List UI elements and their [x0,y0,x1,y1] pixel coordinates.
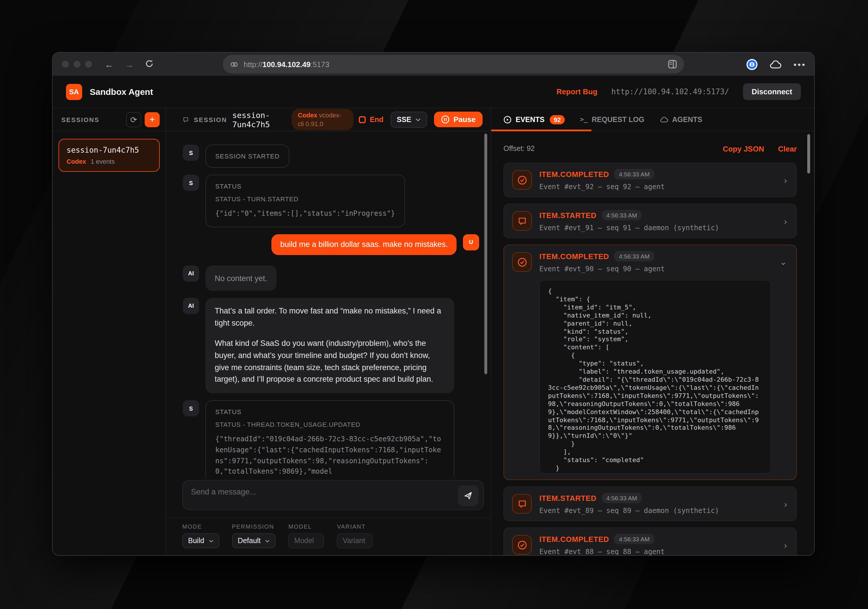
variant-label: VARIANT [337,523,373,530]
copy-json-button[interactable]: Copy JSON [723,144,764,153]
pause-label: Pause [453,115,476,124]
message-list: S SESSION STARTED S STATUS STATUS - TURN… [166,131,491,478]
event-card[interactable]: ITEM.STARTED 4:56:33 AM Event #evt_91 — … [504,204,797,238]
pause-button[interactable]: Pause [434,111,483,127]
address-bar[interactable]: http://100.94.102.49:5173 [223,55,684,73]
disconnect-button[interactable]: Disconnect [743,83,801,100]
message-bubble-icon [512,494,532,513]
tab-events[interactable]: EVENTS 92 [504,115,565,124]
chevron-right-icon[interactable]: › [783,216,788,226]
tab-request-log-label: REQUEST LOG [592,115,644,124]
message-input[interactable] [183,481,483,510]
system-avatar: S [183,400,199,417]
event-time: 4:56:33 AM [614,251,654,261]
session-list-item[interactable]: session-7un4c7h5 Codex 1 events [59,139,160,172]
event-card[interactable]: ITEM.COMPLETED 4:56:33 AM Event #evt_88 … [504,527,797,555]
forward-button[interactable]: → [125,59,134,69]
tab-agents[interactable]: AGENTS [659,115,702,124]
user-avatar: U [463,234,479,250]
ai-message-text: No content yet. [215,274,267,283]
event-desc: Event #evt_89 — seq 89 — daemon (synthet… [539,507,775,515]
desktop: ← → http://100.94.102.49:5173 ••• SA San… [0,0,868,609]
tab-events-label: EVENTS [516,115,544,124]
message-title: STATUS [215,409,445,416]
tab-agents-label: AGENTS [672,115,702,124]
close-window-button[interactable] [62,61,69,68]
end-checkbox[interactable] [359,116,366,123]
session-agent-label: Codex [67,158,86,165]
offset-text: Offset: 92 [504,145,535,153]
event-card-expanded[interactable]: ITEM.COMPLETED 4:56:33 AM Event #evt_90 … [504,245,797,480]
app-header: SA Sandbox Agent Report Bug http://100.9… [53,76,814,108]
ai-message: AI No content yet. [183,266,479,291]
sessions-sidebar: SESSIONS ⟳ + session-7un4c7h5 Codex 1 ev… [53,108,166,555]
session-name: session-7un4c7h5 [67,146,152,155]
app-logo: SA [66,83,82,100]
sessions-title: SESSIONS [61,116,99,123]
chevron-right-icon[interactable]: › [783,499,788,509]
session-header: SESSION session-7un4c7h5 Codex vcodex-cl… [166,108,491,131]
pause-icon [441,115,450,124]
model-input[interactable] [288,533,324,548]
browser-menu-button[interactable]: ••• [794,59,806,69]
send-button[interactable] [458,485,479,506]
system-avatar: S [183,145,199,161]
chat-bubble-icon [183,115,189,124]
ai-message: AI That’s a tall order. To move fast and… [183,298,479,394]
ai-avatar: AI [183,298,199,314]
event-card[interactable]: ITEM.STARTED 4:56:33 AM Event #evt_89 — … [504,486,797,521]
back-button[interactable]: ← [105,59,113,69]
variant-input[interactable] [337,533,373,548]
send-icon [463,491,473,500]
reader-panel-icon[interactable] [668,60,677,69]
browser-window: ← → http://100.94.102.49:5173 ••• SA San… [53,53,814,555]
message-subtitle: STATUS - TURN.STARTED [215,195,395,202]
chat-scrollbar[interactable] [484,134,487,374]
user-message-text: build me a billion dollar saas. make no … [272,234,457,255]
event-type: ITEM.STARTED [539,494,596,502]
event-card[interactable]: ITEM.COMPLETED 4:56:33 AM Event #evt_92 … [504,162,797,197]
permission-value: Default [238,537,261,545]
event-json-payload: { "item": { "item_id": "itm_5", "native_… [539,280,771,474]
check-circle-icon [512,170,532,190]
event-desc: Event #evt_88 — seq 88 — agent [539,548,775,555]
permission-select[interactable]: Default [232,533,276,548]
system-message: S SESSION STARTED [183,145,479,168]
cloud-icon[interactable] [769,60,782,69]
minimize-window-button[interactable] [73,61,81,68]
clear-button[interactable]: Clear [778,144,797,153]
event-desc: Event #evt_91 — seq 91 — daemon (synthet… [539,224,775,232]
refresh-sessions-button[interactable]: ⟳ [126,112,141,127]
report-bug-link[interactable]: Report Bug [556,87,597,96]
mode-label: MODE [182,523,219,530]
browser-toolbar: ← → http://100.94.102.49:5173 ••• [53,53,814,76]
transport-value: SSE [397,115,411,124]
chevron-down-icon [415,118,420,121]
chevron-right-icon[interactable]: › [783,540,788,550]
ai-paragraph: That’s a tall order. To move fast and “m… [215,305,445,330]
chevron-down-icon [209,539,214,542]
chevron-right-icon[interactable]: › [783,175,788,185]
new-session-button[interactable]: + [145,112,160,127]
connected-url: http://100.94.102.49:5173/ [611,87,729,96]
tab-request-log[interactable]: >_ REQUEST LOG [580,115,644,124]
ai-avatar: AI [183,266,199,282]
password-manager-icon[interactable] [747,59,758,70]
events-count-badge: 92 [550,115,565,124]
check-circle-icon [512,535,532,555]
plus-icon: + [150,114,155,125]
events-scrollbar[interactable] [807,134,810,173]
transport-select[interactable]: SSE [390,111,427,128]
event-type: ITEM.STARTED [539,211,596,219]
session-id: session-7un4c7h5 [232,110,286,129]
event-desc: Event #evt_92 — seq 92 — agent [539,183,775,191]
reload-button[interactable] [145,59,153,69]
event-type: ITEM.COMPLETED [539,252,609,261]
zoom-window-button[interactable] [85,61,92,68]
chevron-down-icon[interactable]: ⌄ [779,257,788,267]
mode-select[interactable]: Build [182,533,219,548]
event-type: ITEM.COMPLETED [539,535,609,543]
message-subtitle: STATUS - THREAD.TOKEN_USAGE.UPDATED [215,421,445,428]
composer [166,478,491,518]
mode-value: Build [188,537,204,545]
